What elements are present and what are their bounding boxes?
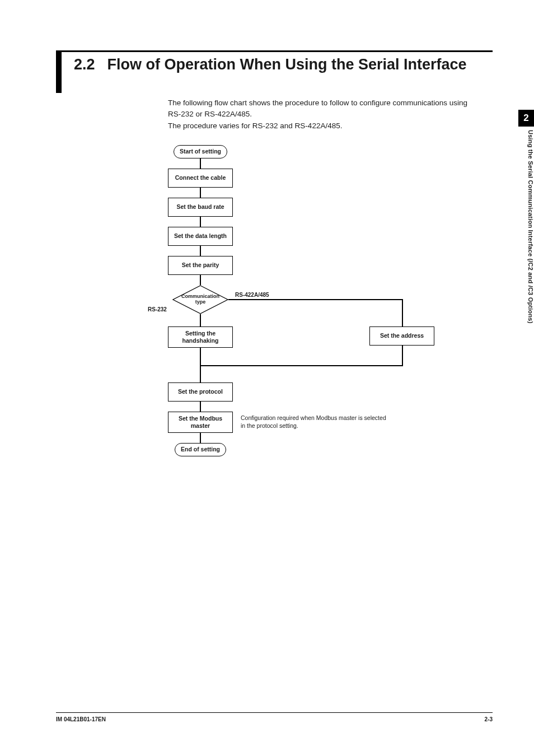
flow-end: End of setting [175,443,226,456]
page-footer: IM 04L21B01-17EN 2-3 [56,712,493,722]
page: 2 Using the Serial Communication Interfa… [0,0,534,756]
intro-text: The following flow chart shows the proce… [168,97,470,132]
flowchart: Start of setting Connect the cable Set t… [168,145,481,492]
chapter-tab: 2 Using the Serial Communication Interfa… [518,110,534,474]
intro-line1: The following flow chart shows the proce… [168,97,470,120]
intro-line2: The procedure varies for RS-232 and RS-4… [168,120,470,132]
connector [402,346,403,366]
section-heading: 2.2 Flow of Operation When Using the Ser… [56,50,493,90]
label-rs232: RS-232 [148,306,167,312]
footer-doc-number: IM 04L21B01-17EN [56,716,106,722]
connector [200,402,201,412]
connector [228,299,403,300]
footer-page-number: 2-3 [485,716,493,722]
label-rs422a485: RS-422A/485 [235,292,269,298]
flow-start: Start of setting [174,145,227,158]
section-number: 2.2 [74,55,95,73]
connector [200,158,201,169]
chapter-title-vertical: Using the Serial Communication Interface… [518,127,534,327]
flow-modbus-note: Configuration required when Modbus maste… [241,414,386,430]
connector [200,246,201,256]
connector [402,299,403,326]
flow-set-baud: Set the baud rate [168,198,233,217]
flow-set-protocol: Set the protocol [168,382,233,402]
chapter-number-badge: 2 [518,110,534,127]
flow-connect-cable: Connect the cable [168,169,233,188]
flow-decision-comm-type: Communication type [172,285,228,314]
flow-set-address: Set the address [369,326,434,346]
flow-set-modbus-master: Set the Modbus master [168,412,233,433]
connector [200,275,201,285]
heading-bar-icon [56,50,62,93]
flow-handshaking: Setting the handshaking [168,326,233,348]
section-title: Flow of Operation When Using the Serial … [107,55,467,73]
connector [200,365,403,366]
flow-decision-label: Communication type [172,285,228,314]
connector [200,217,201,227]
connector [200,188,201,198]
connector [200,433,201,443]
flow-set-parity: Set the parity [168,256,233,275]
connector [200,314,201,326]
flow-set-data-length: Set the data length [168,227,233,246]
